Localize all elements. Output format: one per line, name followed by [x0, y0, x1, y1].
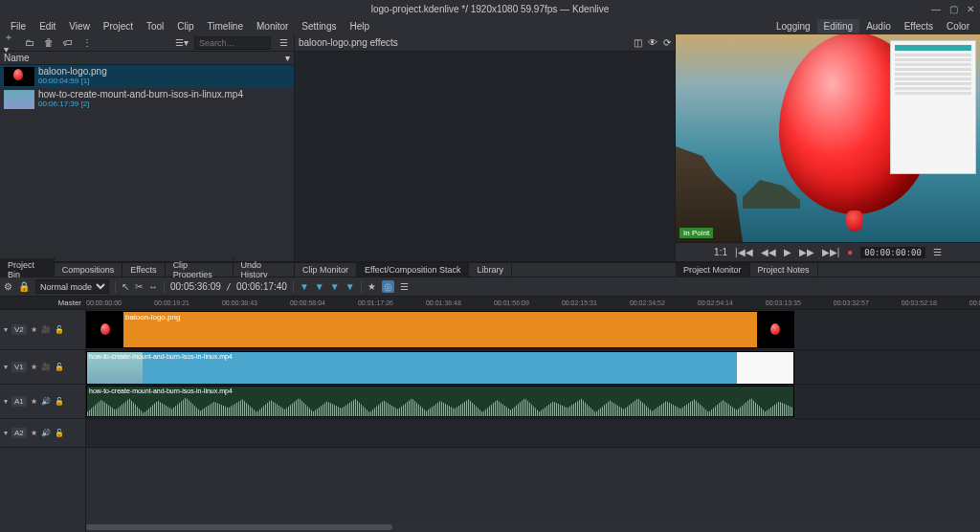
mute-icon[interactable]: 🎥 [41, 325, 51, 334]
track-label[interactable]: V1 [11, 362, 27, 372]
star-icon[interactable]: ★ [31, 363, 37, 371]
layout-tab-effects[interactable]: Effects [898, 19, 940, 33]
track-label[interactable]: A1 [11, 396, 27, 407]
delete-icon[interactable]: 🗑 [42, 36, 56, 50]
menu-help[interactable]: Help [344, 19, 377, 33]
marker-icon[interactable]: ▼ [315, 281, 324, 292]
chevron-down-icon[interactable]: ▾ [4, 363, 8, 371]
main-menu: FileEditViewProjectToolClipTimelineMonit… [4, 19, 376, 33]
clip[interactable]: how-to-create-mount-and-burn-isos-in-lin… [86, 386, 794, 417]
gear-icon[interactable]: ⚙ [4, 281, 12, 292]
add-icon[interactable]: ＋▾ [4, 36, 17, 50]
menu-timeline[interactable]: Timeline [201, 19, 250, 33]
tab[interactable]: Project Notes [750, 263, 818, 277]
lock-icon[interactable]: 🔓 [55, 429, 64, 437]
mute-icon[interactable]: 🎥 [41, 363, 51, 371]
favorite-icon[interactable]: ★ [368, 281, 376, 292]
marker-icon[interactable]: ▼ [330, 281, 340, 292]
tabs-mid: Clip MonitorEffect/Composition StackLibr… [295, 262, 676, 277]
filter-icon[interactable]: ⋮ [80, 36, 94, 50]
star-icon[interactable]: ★ [31, 429, 37, 437]
timeline-ruler[interactable]: 00:00:00:0000:00:19:2100:00:38:4300:00:5… [86, 297, 980, 310]
target-icon[interactable]: ◎ [382, 280, 394, 293]
cursor-icon[interactable]: ↖ [122, 281, 129, 292]
skip-end-icon[interactable]: ▶▶| [822, 247, 840, 257]
ratio-label[interactable]: 1:1 [714, 247, 727, 257]
menu-monitor[interactable]: Monitor [250, 19, 295, 33]
speaker-icon[interactable]: 🔊 [41, 397, 51, 406]
marker-icon[interactable]: ▼ [300, 281, 309, 292]
view-list-icon[interactable]: ☰▾ [175, 36, 189, 50]
menu-view[interactable]: View [62, 19, 97, 33]
layout-tabs: LoggingEditingAudioEffectsColor [769, 19, 976, 33]
track-v2[interactable]: baloon-logo.png [86, 310, 980, 350]
bin-item[interactable]: how-to-create-mount-and-burn-isos-in-lin… [0, 88, 294, 111]
edit-mode-select[interactable]: Normal mode [35, 279, 109, 294]
bin-item-name: baloon-logo.png [38, 67, 107, 77]
lock-icon[interactable]: 🔒 [18, 281, 30, 292]
lock-icon[interactable]: 🔓 [55, 363, 64, 371]
track-v1[interactable]: how-to-create-mount-and-burn-isos-in-lin… [86, 350, 980, 385]
layout-tab-editing[interactable]: Editing [817, 19, 860, 33]
tab[interactable]: Compositions [55, 263, 123, 277]
skip-start-icon[interactable]: |◀◀ [735, 247, 753, 257]
star-icon[interactable]: ★ [31, 325, 37, 334]
rewind-icon[interactable]: ◀◀ [761, 247, 776, 257]
menu-settings[interactable]: Settings [295, 19, 343, 33]
razor-icon[interactable]: ✂ [135, 281, 143, 292]
clip[interactable]: baloon-logo.png [86, 311, 794, 348]
layout-tab-color[interactable]: Color [940, 19, 976, 33]
forward-icon[interactable]: ▶▶ [799, 247, 814, 257]
layout-tab-logging[interactable]: Logging [769, 19, 817, 33]
tab[interactable]: Library [469, 263, 512, 277]
window-title: logo-project.kdenlive */ 1920x1080 59.97… [371, 4, 610, 14]
minimize-icon[interactable]: — [930, 3, 942, 14]
menu-project[interactable]: Project [97, 19, 140, 33]
chevron-down-icon[interactable]: ▾ [4, 397, 8, 406]
bin-item[interactable]: baloon-logo.png 00:00:04:59 [1] [0, 65, 294, 88]
track-label[interactable]: A2 [11, 428, 27, 438]
in-point-badge: In Point [679, 228, 713, 238]
timeline-scrollbar[interactable] [86, 522, 980, 532]
chevron-down-icon[interactable]: ▾ [4, 325, 8, 334]
lock-icon[interactable]: 🔓 [55, 397, 64, 406]
play-icon[interactable]: ▶ [784, 247, 791, 257]
settings-icon[interactable]: ⟳ [663, 37, 671, 48]
star-icon[interactable]: ★ [31, 397, 37, 406]
monitor-timecode[interactable]: 00:00:00:00 [860, 247, 925, 258]
spacer-icon[interactable]: ↔ [148, 281, 158, 292]
tab[interactable]: Effects [122, 263, 165, 277]
bin-item-name: how-to-create-mount-and-burn-isos-in-lin… [38, 90, 243, 100]
close-icon[interactable]: ✕ [965, 3, 976, 14]
master-label: Master [0, 297, 85, 310]
speaker-icon[interactable]: 🔊 [41, 429, 51, 437]
menu-tool[interactable]: Tool [140, 19, 170, 33]
overlay-dialog [890, 40, 976, 174]
menu-icon[interactable]: ☰ [933, 247, 942, 257]
eye-icon[interactable]: 👁 [648, 37, 657, 48]
tab[interactable]: Project Monitor [676, 263, 750, 277]
track-label[interactable]: V2 [11, 324, 27, 335]
menu-edit[interactable]: Edit [33, 19, 62, 33]
lock-icon[interactable]: 🔓 [55, 325, 64, 334]
menu-icon[interactable]: ☰ [277, 36, 290, 50]
search-input[interactable] [194, 36, 271, 50]
maximize-icon[interactable]: ▢ [947, 3, 959, 14]
menu-clip[interactable]: Clip [170, 19, 200, 33]
folder-icon[interactable]: 🗀 [23, 36, 36, 50]
tag-icon[interactable]: 🏷 [61, 36, 75, 50]
project-monitor-view[interactable]: In Point [676, 34, 980, 242]
tab[interactable]: Clip Monitor [295, 263, 357, 277]
cursor-tc[interactable]: 00:05:36:09 [170, 281, 221, 292]
split-icon[interactable]: ◫ [634, 37, 642, 48]
list-icon[interactable]: ☰ [400, 281, 409, 292]
bin-column-name[interactable]: Name▾ [0, 52, 294, 65]
clip[interactable]: how-to-create-mount-and-burn-isos-in-lin… [86, 351, 794, 385]
track-a1[interactable]: how-to-create-mount-and-burn-isos-in-lin… [86, 385, 980, 419]
track-a2[interactable] [86, 419, 980, 448]
tab[interactable]: Effect/Composition Stack [357, 263, 469, 277]
layout-tab-audio[interactable]: Audio [859, 19, 898, 33]
marker-icon[interactable]: ▼ [345, 281, 355, 292]
chevron-down-icon[interactable]: ▾ [4, 429, 8, 437]
record-icon[interactable]: ● [847, 247, 853, 257]
